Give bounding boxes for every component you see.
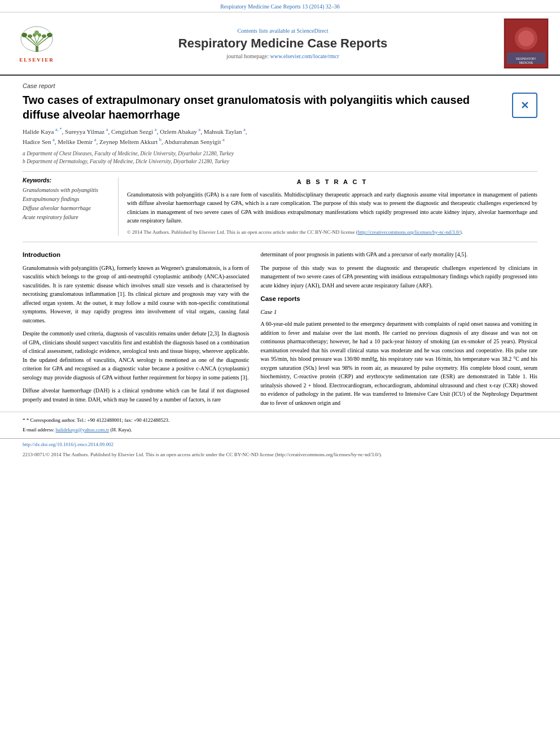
abstract-section: Keywords: Granulomatosis with polyangiit… (23, 171, 537, 242)
svg-point-9 (28, 34, 32, 38)
footer-issn: 2213-0071/© 2014 The Authors. Published … (0, 450, 560, 463)
copyright-line: © 2014 The Authors. Published by Elsevie… (127, 229, 537, 237)
homepage-link[interactable]: www.elsevier.com/locate/rmcr (270, 53, 339, 59)
citation-text: Respiratory Medicine Case Reports 13 (20… (220, 3, 340, 10)
footnote-corresponding-text: * Corresponding author. Tel.: +90 412248… (27, 417, 170, 423)
sciencedirect-link[interactable]: ScienceDirect (296, 28, 328, 34)
keyword-3: Diffuse alveolar haemorrhage (23, 204, 110, 213)
keyword-4: Acute respiratory failure (23, 213, 110, 222)
affiliations: a Department of Chest Diseases, Faculty … (23, 150, 537, 166)
body-columns: Introduction Granulomatosis with polyang… (0, 242, 560, 412)
journal-title-area: Contents lists available at ScienceDirec… (62, 28, 504, 59)
footnote-corresponding: * * Corresponding author. Tel.: +90 4122… (23, 417, 537, 425)
keyword-2: Extrapulmonary findings (23, 195, 110, 204)
authors-text-2: Hadice Sen a, Melike Demir a, Zeynep Mel… (23, 138, 225, 145)
intro-para-3: Diffuse alveolar haemorrhage (DAH) is a … (23, 386, 249, 404)
top-citation-bar: Respiratory Medicine Case Reports 13 (20… (0, 0, 560, 12)
footnote-email-label: E-mail address: (23, 427, 54, 433)
abstract-heading: A B S T R A C T (127, 177, 537, 187)
elsevier-brand-label: ELSEVIER (19, 57, 54, 63)
abstract-column: A B S T R A C T Granulomatosis with poly… (119, 177, 537, 236)
authors-line: Halide Kaya a, *, Sureyya Yilmaz a, Ceng… (23, 126, 537, 147)
case1-text: A 60-year-old male patient presented to … (260, 320, 537, 407)
affiliation-b: b Department of Dermatology, Faculty of … (23, 158, 537, 165)
intro-heading: Introduction (23, 250, 249, 260)
journal-header: ELSEVIER Contents lists available at Sci… (0, 12, 560, 76)
footnote-email-line: E-mail address: halidekaya@yahoo.com.tr … (23, 426, 537, 434)
left-column: Introduction Granulomatosis with polyang… (23, 250, 249, 412)
doi-link[interactable]: http://dx.doi.org/10.1016/j.rmcr.2014.09… (23, 442, 113, 447)
footer-bar: http://dx.doi.org/10.1016/j.rmcr.2014.09… (0, 438, 560, 450)
elsevier-tree-icon (19, 25, 55, 56)
keywords-column: Keywords: Granulomatosis with polyangiit… (23, 177, 119, 236)
crossmark-badge: ✕ (512, 93, 537, 118)
article-title-row: Two cases of extrapulmonary onset granul… (23, 93, 537, 122)
intro-para-2: Despite the commonly used criteria, diag… (23, 329, 249, 382)
footnote-email-link[interactable]: halidekaya@yahoo.com.tr (55, 427, 109, 433)
elsevier-logo: ELSEVIER (11, 25, 62, 63)
svg-point-10 (42, 34, 46, 38)
intro-para-1: Granulomatosis with polyangiitis (GPA), … (23, 264, 249, 325)
issn-text: 2213-0071/© 2014 The Authors. Published … (23, 452, 382, 457)
journal-homepage: journal homepage: www.elsevier.com/locat… (68, 53, 498, 59)
footnote-star: * (23, 417, 27, 423)
keyword-1: Granulomatosis with polyangiitis (23, 186, 110, 195)
crossmark-icon: ✕ (520, 99, 529, 112)
page-wrapper: Respiratory Medicine Case Reports 13 (20… (0, 0, 560, 463)
svg-point-13 (34, 30, 39, 35)
journal-cover-image: RESPIRATORY MEDICINE (504, 18, 549, 69)
svg-text:MEDICINE: MEDICINE (519, 61, 533, 64)
right-para-1: determinant of poor prognosis in patient… (260, 250, 537, 259)
svg-line-5 (34, 36, 37, 43)
article-title: Two cases of extrapulmonary onset granul… (23, 93, 506, 122)
abstract-text: Granulomatosis with polyangiitis (GPA) i… (127, 190, 537, 225)
authors-text: Halide Kaya a, *, Sureyya Yilmaz a, Ceng… (23, 128, 247, 135)
case-reports-heading: Case reports (260, 294, 537, 304)
svg-rect-0 (36, 46, 38, 52)
case1-label: Case 1 (260, 308, 537, 317)
article-type-label: Case report (23, 82, 537, 89)
right-column: determinant of poor prognosis in patient… (260, 250, 537, 412)
cc-license-link[interactable]: http://creativecommons.org/licenses/by-n… (358, 229, 460, 235)
journal-main-title: Respiratory Medicine Case Reports (68, 36, 498, 51)
sciencedirect-label: Contents lists available at ScienceDirec… (68, 28, 498, 34)
affiliation-a: a Department of Chest Diseases, Faculty … (23, 150, 537, 158)
footnote-email-person: (H. Kaya). (111, 427, 132, 433)
svg-point-18 (518, 30, 534, 46)
keywords-title: Keywords: (23, 177, 110, 184)
article-section: Case report Two cases of extrapulmonary … (0, 76, 560, 165)
footnote-section: * * Corresponding author. Tel.: +90 4122… (0, 412, 560, 434)
right-para-2: The purpose of this study was to present… (260, 264, 537, 290)
svg-text:RESPIRATORY: RESPIRATORY (516, 57, 536, 60)
